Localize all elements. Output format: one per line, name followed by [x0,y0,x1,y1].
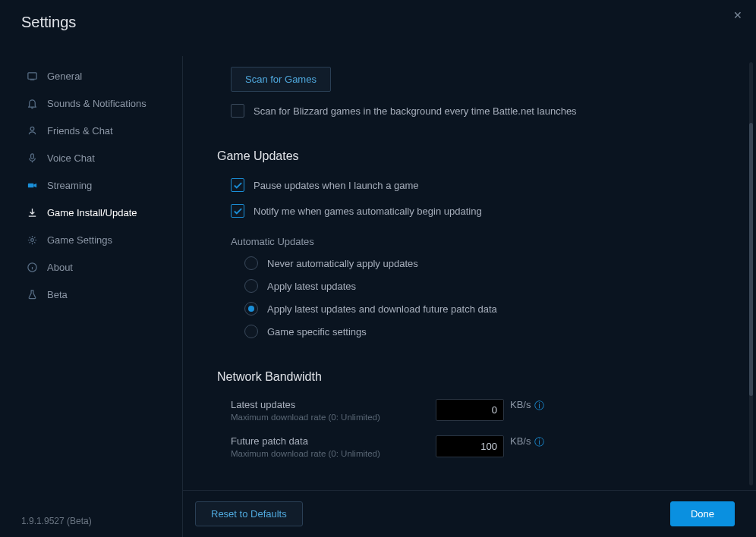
sidebar-item-label: Sounds & Notifications [47,98,146,109]
latest-updates-label: Latest updates [231,399,436,410]
settings-content: Scan for Games Scan for Blizzard games i… [183,56,756,490]
sidebar-item-label: Beta [47,289,68,300]
camera-icon [26,179,38,191]
svg-rect-0 [27,72,36,78]
radio-future[interactable] [244,302,258,316]
microphone-icon [26,152,38,164]
page-title: Settings [21,14,76,31]
svg-point-1 [30,127,34,130]
radio-latest-label: Apply latest updates [267,281,356,292]
svg-rect-3 [27,183,33,187]
svg-rect-2 [30,153,33,159]
flask-icon [26,288,38,300]
sidebar-item-label: General [47,71,82,82]
scrollbar-thumb[interactable] [749,123,753,396]
radio-never[interactable] [244,256,258,270]
sidebar: General Sounds & Notifications Friends &… [0,56,183,537]
sidebar-item-install-update[interactable]: Game Install/Update [0,199,182,226]
game-updates-heading: Game Updates [217,149,735,163]
latest-updates-sub: Maximum download rate (0: Unlimited) [231,413,436,422]
notify-updates-label: Notify me when games automatically begin… [254,206,482,217]
sidebar-item-about[interactable]: About [0,253,182,281]
sidebar-item-label: Streaming [47,180,92,191]
sidebar-item-label: Game Settings [47,234,112,246]
future-patch-input[interactable] [436,435,504,457]
svg-point-4 [30,238,33,241]
version-label: 1.9.1.9527 (Beta) [0,505,182,537]
bell-icon [26,97,38,109]
radio-never-label: Never automatically apply updates [267,258,418,269]
info-icon [26,261,38,273]
sidebar-item-voice[interactable]: Voice Chat [0,144,182,171]
network-bandwidth-heading: Network Bandwidth [217,370,735,384]
sidebar-item-general[interactable]: General [0,62,182,90]
info-icon[interactable]: ⓘ [534,435,544,449]
automatic-updates-label: Automatic Updates [231,236,735,247]
sidebar-item-streaming[interactable]: Streaming [0,171,182,199]
sidebar-item-game-settings[interactable]: Game Settings [0,226,182,253]
sidebar-item-sounds[interactable]: Sounds & Notifications [0,90,182,117]
download-icon [26,206,38,218]
sidebar-item-label: Voice Chat [47,152,95,164]
sidebar-item-friends[interactable]: Friends & Chat [0,117,182,144]
future-patch-sub: Maximum download rate (0: Unlimited) [231,449,436,458]
unit-label: KB/s [510,399,531,410]
future-patch-label: Future patch data [231,435,436,447]
gear-icon [26,234,38,246]
pause-updates-checkbox[interactable] [231,178,244,192]
radio-specific[interactable] [244,325,258,338]
pause-updates-label: Pause updates when I launch a game [254,180,419,191]
radio-future-label: Apply latest updates and download future… [267,303,497,315]
scrollbar[interactable] [749,62,753,485]
reset-defaults-button[interactable]: Reset to Defaults [195,501,303,526]
notify-updates-checkbox[interactable] [231,204,244,218]
radio-specific-label: Game specific settings [267,326,367,338]
sidebar-item-beta[interactable]: Beta [0,281,182,308]
scan-background-label: Scan for Blizzard games in the backgroun… [254,105,577,117]
close-icon[interactable]: ✕ [730,6,745,24]
info-icon[interactable]: ⓘ [534,399,544,413]
scan-for-games-button[interactable]: Scan for Games [231,67,331,92]
general-icon [26,70,38,82]
people-icon [26,124,38,137]
sidebar-item-label: About [47,262,73,273]
sidebar-item-label: Game Install/Update [47,207,137,218]
sidebar-item-label: Friends & Chat [47,125,113,137]
radio-latest[interactable] [244,279,258,293]
done-button[interactable]: Done [670,501,735,526]
scan-background-checkbox[interactable] [231,104,244,118]
latest-updates-input[interactable] [436,399,504,421]
unit-label: KB/s [510,435,531,447]
